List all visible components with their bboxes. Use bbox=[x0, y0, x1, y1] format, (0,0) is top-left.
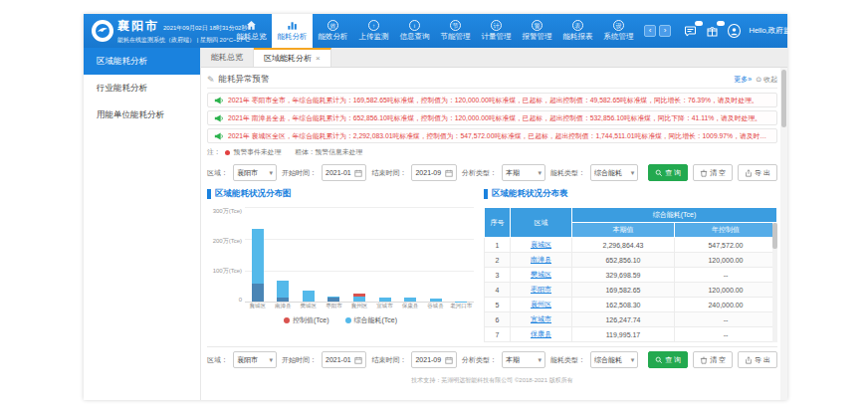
start-date-input-bottom[interactable]: 2021-01 bbox=[322, 351, 366, 368]
alert-item-0[interactable]: 2021年 枣阳市全市，年综合能耗累计为：169,582.65吨标准煤，控制值为… bbox=[207, 93, 777, 107]
filter-bar-top: 区域：襄阳市▾开始时间：2021-01结束时间：2021-09分析类型：本期▾能… bbox=[207, 160, 777, 185]
table-row: 5襄州区162,508.30240,000.00 bbox=[485, 298, 777, 312]
message-icon[interactable] bbox=[684, 25, 697, 38]
app-window: 襄阳市 2021年09月02日 18时31分02秒 能耗在线监测系统（政府端） … bbox=[84, 14, 787, 400]
alert-item-2[interactable]: 2021年 襄城区全区，年综合能耗累计为：2,292,083.01吨标准煤，控制… bbox=[207, 128, 777, 143]
analysis-type-select-bottom[interactable]: 本期▾ bbox=[502, 351, 545, 368]
bar-宜城市[interactable] bbox=[376, 298, 394, 302]
region-link[interactable]: 南漳县 bbox=[531, 256, 551, 263]
sidebar-item-0[interactable]: 区域能耗分析 bbox=[84, 48, 200, 75]
city-logo-icon bbox=[92, 20, 113, 42]
upload-icon: ↑ bbox=[368, 20, 379, 31]
chart-title: 区域能耗状况分布图 bbox=[215, 188, 292, 200]
region-link[interactable]: 枣阳市 bbox=[531, 286, 551, 293]
region-link[interactable]: 宜城市 bbox=[531, 315, 551, 322]
notification-icon[interactable] bbox=[706, 25, 719, 38]
analysis-icon bbox=[287, 20, 298, 31]
legend-item: 控制值(Tce) bbox=[284, 315, 329, 325]
power-icon bbox=[822, 19, 831, 28]
system-subtitle: 能耗在线监测系统（政府端） bbox=[117, 37, 195, 43]
energy-type-select-bottom[interactable]: 综合能耗▾ bbox=[590, 351, 638, 368]
region-link[interactable]: 樊城区 bbox=[531, 271, 551, 278]
content-scrollbar[interactable] bbox=[780, 68, 787, 400]
table-row: 7保康县119,995.17-- bbox=[485, 327, 777, 342]
close-icon[interactable]: × bbox=[316, 54, 321, 63]
bar-老河口市[interactable] bbox=[452, 302, 470, 303]
nav-item-5[interactable]: 节节能管理 bbox=[435, 14, 476, 48]
nav-item-4[interactable]: i信息查询 bbox=[394, 14, 435, 48]
report-icon: 表 bbox=[572, 20, 583, 31]
table-row: 2南漳县652,856.10120,000.00 bbox=[485, 253, 777, 268]
bar-枣阳市[interactable] bbox=[325, 297, 342, 302]
collapse-link[interactable]: ⊙ 收起 bbox=[756, 75, 777, 85]
user-greeting[interactable]: Hello,政府监管 ▾ bbox=[750, 26, 804, 36]
nav-item-9[interactable]: 设系统管理 bbox=[598, 14, 639, 48]
chart-plot bbox=[245, 207, 474, 303]
region-select-top[interactable]: 襄阳市▾ bbox=[233, 164, 277, 181]
nav-item-7[interactable]: 警报警管理 bbox=[517, 14, 557, 48]
sidebar-item-2[interactable]: 用能单位能耗分析 bbox=[84, 102, 200, 128]
region-select-bottom[interactable]: 襄阳市▾ bbox=[233, 351, 277, 368]
search-icon bbox=[655, 169, 663, 177]
analysis-type-select-top[interactable]: 本期▾ bbox=[502, 164, 545, 181]
nav-item-6[interactable]: 计计量管理 bbox=[476, 14, 517, 48]
more-link[interactable]: 更多» bbox=[734, 75, 752, 85]
query-button-top[interactable]: 查 询 bbox=[648, 164, 688, 181]
table-scrollbar[interactable] bbox=[772, 223, 777, 342]
clear-button-top[interactable]: 清 空 bbox=[693, 164, 733, 181]
nav-item-2[interactable]: 效能效分析 bbox=[313, 14, 353, 48]
bar-襄州区[interactable] bbox=[350, 294, 368, 302]
nav-item-1[interactable]: 能耗分析 bbox=[272, 14, 313, 48]
alarm-icon: 警 bbox=[532, 20, 542, 31]
chevron-down-icon: ▾ bbox=[631, 356, 635, 364]
start-date-input-top[interactable]: 2021-01 bbox=[322, 164, 366, 181]
col-group: 综合能耗(Tce) bbox=[572, 208, 777, 223]
energy-type-select-top[interactable]: 综合能耗▾ bbox=[590, 164, 638, 181]
end-date-input-bottom[interactable]: 2021-09 bbox=[411, 351, 456, 368]
nav-scroll-left-button[interactable]: ‹ bbox=[644, 25, 656, 37]
alert-item-1[interactable]: 2021年 南漳县全县，年综合能耗累计为：652,856.10吨标准煤，控制值为… bbox=[207, 110, 777, 125]
col-current: 本期值 bbox=[572, 223, 675, 238]
top-header: 襄阳市 2021年09月02日 18时31分02秒 能耗在线监测系统（政府端） … bbox=[84, 14, 787, 48]
chevron-down-icon: ▾ bbox=[631, 169, 635, 177]
nav-scroll-right-button[interactable]: › bbox=[659, 25, 671, 37]
query-button-bottom[interactable]: 查 询 bbox=[648, 351, 688, 368]
region-link[interactable]: 保康县 bbox=[531, 330, 551, 337]
trash-icon bbox=[700, 356, 708, 364]
bar-谷城县[interactable] bbox=[427, 299, 445, 302]
chart-panel: 区域能耗状况分布图 300万(Tce)200万(Tce)100万(Tce)0 襄… bbox=[207, 187, 474, 342]
chevron-down-icon: ▾ bbox=[800, 27, 804, 36]
bar-保康县[interactable] bbox=[401, 298, 419, 302]
tab-bar: 能耗总览区域能耗分析× bbox=[201, 48, 787, 68]
main-area: 能耗总览区域能耗分析× ✎ 能耗异常预警 更多» ⊙ 收起 2021年 枣阳市全… bbox=[201, 48, 787, 400]
export-icon bbox=[745, 356, 753, 364]
search-icon bbox=[655, 356, 663, 364]
export-icon bbox=[745, 169, 753, 177]
tab-1[interactable]: 区域能耗分析× bbox=[254, 48, 331, 67]
bar-樊城区[interactable] bbox=[300, 291, 318, 302]
chart-legend: 控制值(Tce)综合能耗(Tce) bbox=[207, 315, 474, 325]
export-button-bottom[interactable]: 导 出 bbox=[738, 351, 777, 368]
clear-button-bottom[interactable]: 清 空 bbox=[693, 351, 733, 368]
export-button-top[interactable]: 导 出 bbox=[738, 164, 777, 181]
chevron-down-icon: ▾ bbox=[270, 169, 274, 177]
region-link[interactable]: 襄州区 bbox=[531, 301, 551, 308]
end-date-input-top[interactable]: 2021-09 bbox=[411, 164, 456, 181]
collapse-icon: ⊙ bbox=[756, 76, 761, 84]
tab-0[interactable]: 能耗总览 bbox=[201, 48, 254, 67]
sidebar-item-1[interactable]: 行业能耗分析 bbox=[84, 75, 200, 102]
nav-item-8[interactable]: 表能耗报表 bbox=[557, 14, 598, 48]
chevron-down-icon: ▾ bbox=[538, 356, 542, 364]
logout-button[interactable]: 退出 bbox=[812, 19, 832, 42]
home-icon bbox=[246, 20, 257, 31]
alert-panel-header: ✎ 能耗异常预警 更多» ⊙ 收起 bbox=[207, 71, 777, 89]
region-link[interactable]: 襄城区 bbox=[531, 241, 551, 248]
calendar-icon bbox=[445, 169, 453, 177]
energy-save-icon: 节 bbox=[450, 20, 461, 31]
avatar[interactable] bbox=[728, 24, 741, 38]
footer-text: 技术支持：芜湖明远智能科技有限公司 ©2018-2021 版权所有 bbox=[207, 372, 777, 387]
bar-南漳县[interactable] bbox=[274, 281, 292, 302]
bar-襄城区[interactable] bbox=[249, 229, 267, 302]
nav-item-3[interactable]: ↑上传监测 bbox=[353, 14, 394, 48]
page: 襄阳市 2021年09月02日 18时31分02秒 能耗在线监测系统（政府端） … bbox=[0, 0, 868, 410]
